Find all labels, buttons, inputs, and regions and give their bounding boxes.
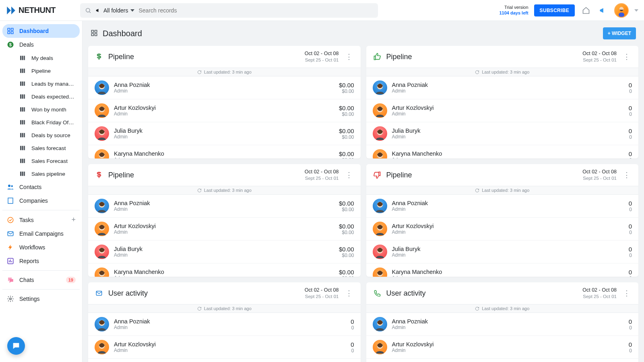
dollar-icon: [95, 52, 103, 61]
widget-menu-button[interactable]: ⋮: [621, 289, 632, 298]
sidebar-item-contacts[interactable]: Contacts: [2, 180, 80, 194]
sidebar-item-settings[interactable]: Settings: [2, 292, 80, 306]
widget-row[interactable]: Julia BurykAdmin00: [366, 359, 639, 362]
add-widget-button[interactable]: + WIDGET: [603, 27, 636, 39]
sidebar-item-workflows[interactable]: Workflows: [2, 241, 80, 254]
row-subvalue: 0: [629, 134, 632, 140]
widget-row[interactable]: Artur KozlovskyiAdmin00: [366, 218, 639, 241]
widget-menu-button[interactable]: ⋮: [344, 289, 354, 298]
person-name: Artur Kozlovskyi: [114, 105, 156, 111]
widget-row[interactable]: Julia BurykAdmin00: [366, 122, 639, 145]
row-subvalue: 0: [351, 348, 354, 354]
building-icon: [6, 197, 14, 205]
sidebar-item-dashboard[interactable]: Dashboard: [2, 24, 80, 38]
sidebar-item-black-friday-of-[interactable]: Black Friday Of…: [2, 116, 80, 129]
home-icon[interactable]: [580, 5, 592, 16]
sidebar-item-chats[interactable]: Chats19: [2, 273, 80, 287]
widget-row[interactable]: Anna PozniakAdmin$0.00$0.00: [88, 76, 361, 99]
widget-row[interactable]: Julia BurykAdmin00: [366, 241, 639, 263]
row-value: 0: [629, 82, 632, 88]
widget-row[interactable]: Julia BurykAdmin00: [88, 359, 361, 362]
person-name: Artur Kozlovskyi: [114, 341, 156, 348]
person-name: Anna Pozniak: [114, 318, 150, 325]
sidebar-item-companies[interactable]: Companies: [2, 194, 80, 208]
widget-row[interactable]: Karyna ManchenkoAdmin$0.00$0.00: [88, 263, 361, 277]
refresh-icon: [475, 188, 479, 193]
sidebar-item-my-deals[interactable]: My deals: [2, 51, 80, 64]
widget-row[interactable]: Anna PozniakAdmin00: [366, 195, 639, 218]
widget-row[interactable]: Artur KozlovskyiAdmin$0.00$0.00: [88, 99, 361, 122]
sidebar-item-pipeline[interactable]: Pipeline: [2, 64, 80, 77]
sidebar-item-label: Workflows: [19, 244, 76, 251]
widget-row[interactable]: Karyna ManchenkoAdmin$0.00$0.00: [88, 145, 361, 158]
svg-rect-5: [11, 28, 13, 30]
widget-title: User activity: [386, 289, 426, 298]
widget-row[interactable]: Karyna ManchenkoAdmin00: [366, 145, 639, 158]
widget-menu-button[interactable]: ⋮: [344, 52, 354, 61]
widget-title: Pipeline: [386, 171, 412, 179]
sidebar-item-label: Deals: [19, 41, 76, 48]
widget-menu-button[interactable]: ⋮: [344, 171, 354, 179]
user-menu-chevron-icon[interactable]: [634, 8, 638, 12]
widget-menu-button[interactable]: ⋮: [621, 171, 632, 179]
sidebar-item-label: Sales pipeline: [31, 171, 76, 177]
dollar-icon: $: [6, 41, 14, 49]
sidebar-item-label: Contacts: [19, 184, 76, 190]
sidebar-item-sales-forecast[interactable]: Sales forecast: [2, 142, 80, 154]
widget-row[interactable]: Anna PozniakAdmin00: [366, 76, 639, 99]
row-value: $0.00: [339, 105, 354, 111]
avatar: [373, 199, 387, 213]
svg-rect-28: [20, 133, 21, 138]
row-value: 0: [629, 150, 632, 157]
widget-row[interactable]: Anna PozniakAdmin00: [366, 313, 639, 336]
sidebar-item-sales-forecast[interactable]: Sales Forecast: [2, 154, 80, 167]
add-icon[interactable]: +: [71, 216, 76, 224]
sidebar-item-sales-pipeline[interactable]: Sales pipeline: [2, 167, 80, 180]
announce-icon[interactable]: [597, 5, 609, 16]
sidebar-item-tasks[interactable]: Tasks+: [2, 213, 80, 227]
widget-card: PipelineOct 02 - Oct 08Sept 25 - Oct 01⋮…: [366, 164, 639, 277]
col-icon: [19, 157, 27, 165]
widget-row[interactable]: Julia BurykAdmin$0.00$0.00: [88, 241, 361, 263]
col-icon: [19, 105, 27, 113]
widget-row[interactable]: Anna PozniakAdmin00: [88, 313, 361, 336]
person-name: Karyna Manchenko: [392, 269, 442, 275]
refresh-icon: [475, 70, 479, 74]
widget-row[interactable]: Artur KozlovskyiAdmin00: [88, 336, 361, 359]
search-input[interactable]: [138, 7, 373, 14]
sidebar-item-reports[interactable]: Reports: [2, 254, 80, 268]
widget-row[interactable]: Anna PozniakAdmin$0.00$0.00: [88, 195, 361, 218]
svg-rect-29: [22, 133, 23, 138]
widget-row[interactable]: Artur KozlovskyiAdmin00: [366, 336, 639, 359]
person-name: Anna Pozniak: [114, 82, 150, 88]
help-chat-button[interactable]: [7, 337, 25, 355]
search-icon: [85, 7, 91, 14]
widget-menu-button[interactable]: ⋮: [621, 52, 632, 61]
sidebar: Dashboard$DealsMy dealsPipelineLeads by …: [0, 21, 83, 362]
widget-updated-label: Last updated: 3 min ago: [88, 68, 361, 76]
sidebar-item-leads-by-mana-[interactable]: Leads by mana…: [2, 77, 80, 90]
person-role: Admin: [114, 275, 164, 277]
sidebar-item-deals-expected-[interactable]: Deals expected…: [2, 90, 80, 103]
sidebar-item-deals-by-source[interactable]: Deals by source: [2, 129, 80, 142]
megaphone-icon: [95, 8, 101, 13]
svg-rect-27: [24, 120, 25, 125]
brand-logo[interactable]: NETHUNT: [6, 5, 76, 16]
sidebar-item-deals[interactable]: $Deals: [2, 38, 80, 51]
sidebar-item-won-by-month[interactable]: Won by month: [2, 103, 80, 116]
widget-row[interactable]: Artur KozlovskyiAdmin00: [366, 99, 639, 122]
svg-rect-42: [8, 198, 13, 204]
person-role: Admin: [392, 275, 442, 277]
user-avatar[interactable]: [614, 3, 629, 18]
refresh-icon: [197, 70, 202, 74]
folder-selector[interactable]: All folders: [95, 7, 134, 14]
subscribe-button[interactable]: SUBSCRIBE: [534, 4, 575, 16]
chart-icon: [6, 257, 14, 265]
widget-row[interactable]: Julia BurykAdmin$0.00$0.00: [88, 122, 361, 145]
sidebar-item-email-campaigns[interactable]: Email Campaigns: [2, 227, 80, 241]
widget-row[interactable]: Karyna ManchenkoAdmin00: [366, 263, 639, 277]
person-role: Admin: [114, 206, 150, 212]
widget-row[interactable]: Artur KozlovskyiAdmin$0.00$0.00: [88, 218, 361, 241]
person-role: Admin: [114, 88, 150, 94]
avatar: [373, 103, 387, 118]
